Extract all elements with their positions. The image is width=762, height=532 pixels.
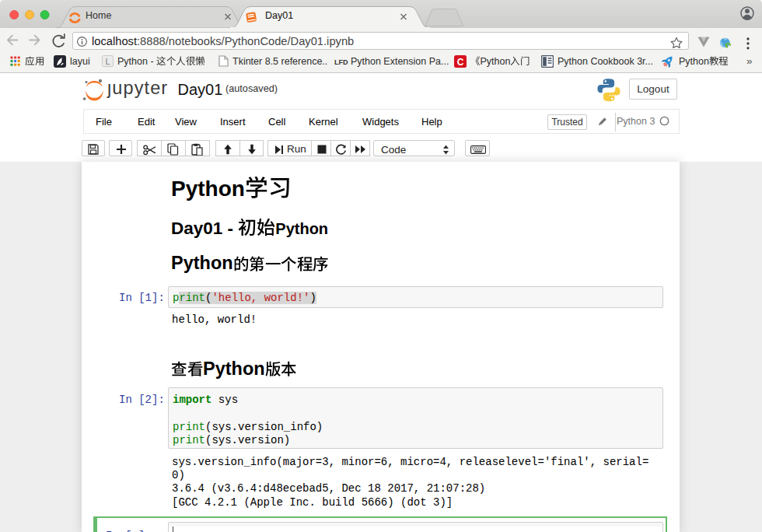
svg-text:Day01: Day01 <box>265 10 293 21</box>
svg-text:Home: Home <box>86 10 111 21</box>
svg-text:L: L <box>105 57 110 66</box>
svg-text:C: C <box>457 56 464 67</box>
